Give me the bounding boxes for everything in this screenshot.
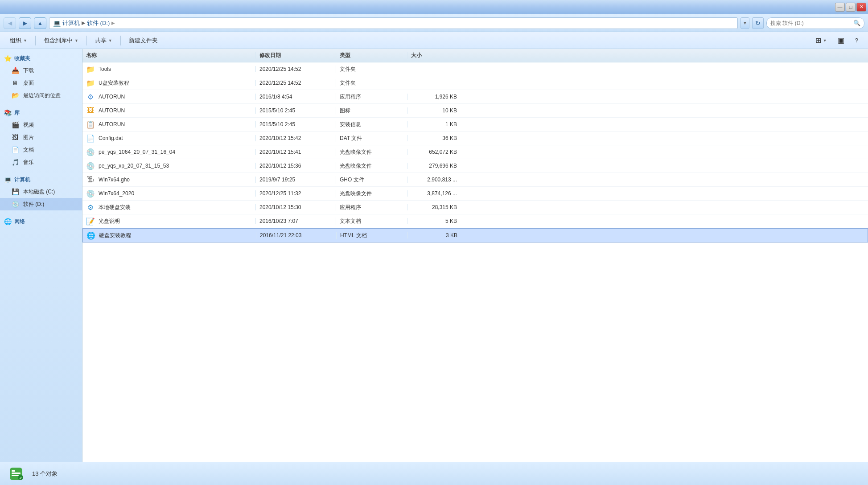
search-bar: 🔍: [766, 17, 864, 29]
maximize-button[interactable]: □: [846, 3, 856, 12]
file-name: AUTORUN: [99, 94, 125, 100]
file-icon-app: ⚙: [86, 203, 95, 212]
file-modified: 2016/10/23 7:07: [255, 218, 336, 224]
file-size: 652,072 KB: [407, 149, 461, 155]
new-folder-button[interactable]: 新建文件夹: [124, 34, 162, 47]
table-row[interactable]: 🗜 Win7x64.gho 2019/9/7 19:25 GHO 文件 2,90…: [82, 173, 868, 187]
help-button[interactable]: ?: [851, 34, 863, 47]
sidebar-section-library-header[interactable]: 📚 库: [0, 107, 82, 119]
drive-c-label: 本地磁盘 (C:): [23, 188, 55, 196]
file-modified: 2020/12/25 14:52: [255, 66, 336, 72]
table-row[interactable]: ⚙ 本地硬盘安装 2020/10/12 15:30 应用程序 28,315 KB: [82, 201, 868, 214]
favorites-label: 收藏夹: [14, 55, 30, 62]
status-app-icon: ✔: [7, 465, 25, 483]
search-icon[interactable]: 🔍: [853, 20, 860, 26]
sidebar-section-network: 🌐 网络: [0, 216, 82, 227]
sidebar-item-document[interactable]: 📄 文档: [0, 144, 82, 156]
sidebar-item-drive-c[interactable]: 💾 本地磁盘 (C:): [0, 185, 82, 198]
sidebar-item-desktop[interactable]: 🖥 桌面: [0, 77, 82, 89]
file-modified: 2020/10/12 15:42: [255, 135, 336, 141]
library-icon: 📚: [4, 109, 12, 117]
sidebar-item-download[interactable]: 📥 下载: [0, 64, 82, 77]
table-row[interactable]: 📁 Tools 2020/12/25 14:52 文件夹: [82, 62, 868, 76]
video-icon: 🎬: [11, 120, 20, 129]
sidebar-item-video[interactable]: 🎬 视频: [0, 119, 82, 131]
organize-label: 组织: [10, 37, 21, 45]
file-type: 文本文档: [336, 218, 407, 225]
up-button[interactable]: ▲: [34, 17, 46, 29]
file-icon-iso: 💿: [86, 189, 95, 198]
new-folder-label: 新建文件夹: [129, 37, 158, 45]
col-header-size[interactable]: 大小: [407, 52, 461, 59]
sidebar-section-favorites: ⭐ 收藏夹 📥 下载 🖥 桌面 📂 最近访问的位置: [0, 53, 82, 102]
table-row[interactable]: 📄 Config.dat 2020/10/12 15:42 DAT 文件 36 …: [82, 132, 868, 145]
table-row[interactable]: 💿 pe_yqs_xp_20_07_31_15_53 2020/10/12 15…: [82, 159, 868, 173]
file-modified: 2016/11/21 22:03: [256, 232, 336, 238]
music-label: 音乐: [23, 159, 34, 166]
table-row[interactable]: 📁 U盘安装教程 2020/12/25 14:52 文件夹: [82, 76, 868, 90]
file-size: 279,696 KB: [407, 163, 461, 169]
sidebar-item-recent[interactable]: 📂 最近访问的位置: [0, 89, 82, 102]
file-type: 光盘映像文件: [336, 148, 407, 156]
library-label: 库: [14, 109, 20, 117]
breadcrumb-computer[interactable]: 计算机: [62, 19, 80, 27]
file-type: DAT 文件: [336, 135, 407, 142]
computer-icon: 💻: [4, 176, 12, 184]
back-button[interactable]: ◀: [4, 17, 16, 29]
organize-button[interactable]: 组织 ▼: [5, 34, 32, 47]
file-icon-dat: 📄: [86, 134, 95, 143]
table-row[interactable]: 🖼 AUTORUN 2015/5/10 2:45 图标 10 KB: [82, 104, 868, 118]
favorites-icon: ⭐: [4, 54, 12, 62]
breadcrumb-drive[interactable]: 软件 (D:): [87, 19, 110, 27]
table-row[interactable]: 🌐 硬盘安装教程 2016/11/21 22:03 HTML 文档 3 KB: [82, 228, 868, 242]
col-header-type[interactable]: 类型: [336, 52, 407, 59]
sidebar-item-music[interactable]: 🎵 音乐: [0, 156, 82, 169]
toolbar-separator-3: [120, 36, 121, 45]
sidebar-section-computer-header[interactable]: 💻 计算机: [0, 174, 82, 185]
file-type: 安装信息: [336, 121, 407, 128]
sidebar-section-favorites-header[interactable]: ⭐ 收藏夹: [0, 53, 82, 64]
view-extra-button[interactable]: ▣: [833, 34, 849, 47]
table-row[interactable]: 💿 pe_yqs_1064_20_07_31_16_04 2020/10/12 …: [82, 145, 868, 159]
address-bar: ◀ ▶ ▲ 💻 计算机 ▶ 软件 (D:) ▶ ▼ ↻ 🔍: [0, 14, 868, 32]
table-row[interactable]: 📝 光盘说明 2016/10/23 7:07 文本文档 5 KB: [82, 214, 868, 228]
file-size: 3 KB: [407, 232, 461, 238]
file-type: 文件夹: [336, 79, 407, 87]
computer-label: 计算机: [14, 176, 30, 184]
refresh-button[interactable]: ↻: [752, 17, 764, 29]
table-row[interactable]: ⚙ AUTORUN 2016/1/8 4:54 应用程序 1,926 KB: [82, 90, 868, 104]
file-name: AUTORUN: [99, 107, 125, 114]
file-name: 本地硬盘安装: [99, 204, 131, 211]
col-header-modified[interactable]: 修改日期: [255, 52, 336, 59]
video-label: 视频: [23, 121, 34, 129]
breadcrumb-separator-1: ▶: [82, 20, 85, 26]
address-dropdown[interactable]: ▼: [740, 17, 749, 29]
file-modified: 2020/12/25 14:52: [255, 80, 336, 86]
col-header-name[interactable]: 名称: [86, 52, 255, 59]
sidebar-section-network-header[interactable]: 🌐 网络: [0, 216, 82, 227]
share-button[interactable]: 共享 ▼: [91, 34, 117, 47]
search-input[interactable]: [770, 20, 852, 26]
svg-rect-3: [12, 475, 19, 476]
include-library-button[interactable]: 包含到库中 ▼: [39, 34, 83, 47]
drive-d-icon: 💿: [11, 200, 20, 209]
drive-d-label: 软件 (D:): [23, 201, 44, 208]
download-label: 下载: [23, 67, 34, 74]
recent-label: 最近访问的位置: [23, 92, 61, 99]
title-bar: — □ ✕: [0, 0, 868, 14]
table-row[interactable]: 📋 AUTORUN 2015/5/10 2:45 安装信息 1 KB: [82, 118, 868, 132]
file-icon-inf: 📋: [86, 120, 95, 129]
file-modified: 2015/5/10 2:45: [255, 121, 336, 127]
view-options-button[interactable]: ⊞ ▼: [811, 34, 831, 47]
minimize-button[interactable]: —: [835, 3, 845, 12]
file-name-cell: 💿 pe_yqs_xp_20_07_31_15_53: [86, 161, 255, 170]
file-icon-folder: 📁: [86, 78, 95, 87]
share-dropdown-arrow: ▼: [108, 38, 112, 43]
table-row[interactable]: 💿 Win7x64_2020 2020/12/25 11:32 光盘映像文件 3…: [82, 187, 868, 201]
breadcrumb-arrow[interactable]: ▶: [111, 21, 115, 25]
sidebar-item-drive-d[interactable]: 💿 软件 (D:): [0, 198, 82, 210]
forward-button[interactable]: ▶: [19, 17, 31, 29]
sidebar-section-library: 📚 库 🎬 视频 🖼 图片 📄 文档 🎵 音乐: [0, 107, 82, 169]
close-button[interactable]: ✕: [856, 3, 866, 12]
sidebar-item-picture[interactable]: 🖼 图片: [0, 131, 82, 144]
